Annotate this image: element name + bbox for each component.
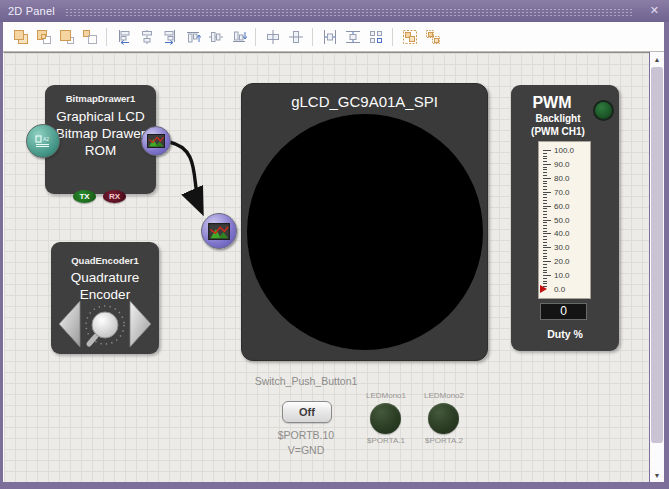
pwm-minor-tick — [543, 189, 547, 190]
bring-to-front-icon[interactable] — [10, 26, 31, 48]
pwm-minor-tick — [543, 172, 547, 173]
quad-encoder-component[interactable]: QuadEncoder1 Quadrature Encoder — [51, 242, 159, 354]
pwm-minor-tick — [543, 181, 547, 182]
center-horizontal-icon[interactable] — [262, 26, 283, 48]
pwm-minor-tick — [543, 253, 547, 254]
encoder-knob[interactable] — [86, 306, 124, 344]
image-icon — [147, 134, 165, 148]
scroll-up-icon[interactable]: ▲ — [650, 52, 664, 66]
pwm-minor-tick — [543, 231, 547, 232]
center-vertical-icon[interactable] — [285, 26, 306, 48]
pwm-major-tick — [543, 178, 551, 179]
pwm-scale-label: 90.0 — [554, 159, 570, 168]
titlebar: 2D Panel ✕ — [0, 0, 669, 22]
align-left-icon[interactable] — [113, 26, 134, 48]
pwm-scale-label: 70.0 — [554, 187, 570, 196]
pwm-minor-tick — [543, 258, 547, 259]
titlebar-grip-texture — [65, 8, 634, 17]
pwm-minor-tick — [543, 167, 547, 168]
led1-port: $PORTA.1 — [356, 436, 416, 445]
send-to-back-icon[interactable] — [33, 26, 54, 48]
toolbar-separator — [392, 28, 393, 46]
rx-indicator: RX — [103, 190, 126, 203]
svg-text:A2: A2 — [43, 136, 49, 142]
pwm-major-tick — [543, 150, 551, 151]
tx-indicator: TX — [73, 190, 96, 203]
pwm-minor-tick — [543, 217, 547, 218]
pwm-scale-label: 80.0 — [554, 173, 570, 182]
send-backward-icon[interactable] — [79, 26, 100, 48]
scroll-down-icon[interactable]: ▼ — [650, 468, 664, 482]
vertical-scrollbar[interactable]: ▲ ▼ — [650, 52, 664, 482]
align-bottom-icon[interactable] — [228, 26, 249, 48]
toolbar-separator — [106, 28, 107, 46]
space-down-icon[interactable] — [342, 26, 363, 48]
led1-label: LEDMono1 — [356, 391, 416, 400]
pwm-led-indicator — [593, 100, 614, 121]
align-right-icon[interactable] — [159, 26, 180, 48]
pwm-minor-tick — [543, 156, 547, 157]
led2-port: $PORTA.2 — [414, 436, 474, 445]
led2[interactable] — [428, 403, 459, 434]
pwm-minor-tick — [543, 267, 547, 268]
bring-forward-icon[interactable] — [56, 26, 77, 48]
toolbar-separator — [255, 28, 256, 46]
pwm-minor-tick — [543, 211, 547, 212]
pwm-scale-label: 50.0 — [554, 215, 570, 224]
console-connector[interactable]: A2 — [26, 124, 60, 158]
pwm-scale-label: 100.0 — [554, 146, 574, 155]
pwm-minor-tick — [543, 208, 547, 209]
push-button[interactable]: Off — [282, 401, 332, 423]
pwm-scale-label: 30.0 — [554, 243, 570, 252]
align-top-icon[interactable] — [182, 26, 203, 48]
pwm-duty-value: 0 — [540, 303, 587, 320]
encoder-left-arrow[interactable] — [59, 301, 80, 347]
2d-panel-canvas[interactable]: BitmapDrawer1 Graphical LCD Bitmap Drawe… — [3, 52, 649, 482]
pwm-minor-tick — [543, 169, 547, 170]
bitmap-drawer-title: Graphical LCD Bitmap Drawer ROM — [45, 109, 156, 160]
bitmap-output-connector[interactable] — [141, 126, 171, 156]
pwm-subtitle-2: (PWM CH1) — [511, 125, 605, 138]
pwm-minor-tick — [543, 236, 547, 237]
pwm-minor-tick — [543, 175, 547, 176]
pwm-slider[interactable]: 100.090.080.070.060.050.040.030.020.010.… — [538, 141, 591, 299]
glcd-title: gLCD_GC9A01A_SPI — [242, 93, 487, 110]
group-icon[interactable] — [399, 26, 420, 48]
pwm-minor-tick — [543, 250, 547, 251]
align-middle-icon[interactable] — [205, 26, 226, 48]
scrollbar-thumb[interactable] — [651, 67, 663, 443]
document-icon: A2 — [35, 135, 51, 147]
pwm-major-tick — [543, 164, 551, 165]
quad-encoder-controls — [51, 298, 159, 350]
pwm-scale-label: 10.0 — [554, 271, 570, 280]
pwm-minor-tick — [543, 239, 547, 240]
push-button-voltage: V=GND — [266, 444, 346, 456]
lcd-input-connector[interactable] — [201, 213, 237, 249]
pwm-scale-label: 40.0 — [554, 229, 570, 238]
pwm-major-tick — [543, 192, 551, 193]
pwm-major-tick — [543, 220, 551, 221]
glcd-round-screen — [247, 114, 483, 350]
pwm-minor-tick — [543, 264, 547, 265]
pwm-minor-tick — [543, 158, 547, 159]
space-across-icon[interactable] — [319, 26, 340, 48]
pwm-minor-tick — [543, 200, 547, 201]
pwm-minor-tick — [543, 203, 547, 204]
pwm-subtitle-1: Backlight — [511, 112, 605, 125]
led1[interactable] — [370, 403, 401, 434]
pwm-minor-tick — [543, 245, 547, 246]
ungroup-icon[interactable] — [422, 26, 443, 48]
bitmap-drawer-component[interactable]: BitmapDrawer1 Graphical LCD Bitmap Drawe… — [45, 85, 156, 194]
space-grid-icon[interactable] — [365, 26, 386, 48]
pwm-component[interactable]: PWM Backlight (PWM CH1) 100.090.080.070.… — [511, 85, 619, 351]
pwm-minor-tick — [543, 281, 547, 282]
bitmap-drawer-name: BitmapDrawer1 — [45, 93, 156, 104]
window-title: 2D Panel — [8, 5, 55, 17]
encoder-right-arrow[interactable] — [130, 301, 151, 347]
pwm-minor-tick — [543, 242, 547, 243]
pwm-minor-tick — [543, 183, 547, 184]
close-icon[interactable]: ✕ — [648, 0, 661, 22]
pwm-scale-label: 60.0 — [554, 201, 570, 210]
glcd-component[interactable]: gLCD_GC9A01A_SPI — [241, 83, 488, 361]
align-center-icon[interactable] — [136, 26, 157, 48]
